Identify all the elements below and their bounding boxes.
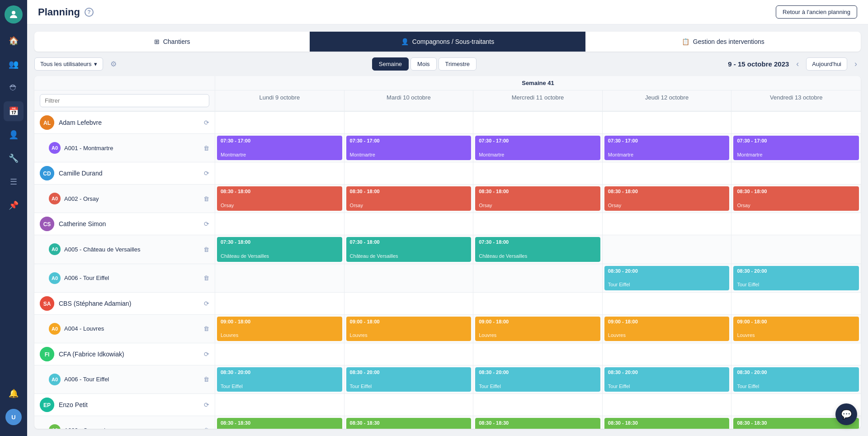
view-mois-button[interactable]: Mois [410, 57, 436, 71]
sidebar-item-pin[interactable]: 📌 [4, 195, 24, 215]
site-day-cell: 07:30 - 18:00Château de Versailles [344, 235, 474, 263]
site-day-cell: 07:30 - 17:00Montmartre [344, 134, 474, 162]
person-empty-day [215, 394, 344, 416]
person-action-icon[interactable]: ⟳ [204, 300, 209, 307]
event-block[interactable]: 08:30 - 20:00Tour Eiffel [604, 266, 730, 290]
site-delete-icon[interactable]: 🗑 [203, 427, 209, 429]
event-block[interactable]: 08:30 - 18:00Orsay [217, 186, 342, 211]
site-delete-icon[interactable]: 🗑 [203, 145, 209, 152]
today-button[interactable]: Aujourd'hui [806, 57, 847, 71]
filter-input[interactable] [40, 94, 209, 107]
event-block[interactable]: 07:30 - 17:00Montmartre [217, 136, 342, 160]
site-day-cell: 09:00 - 18:00Louvres [215, 315, 344, 343]
prev-week-button[interactable]: ‹ [793, 57, 802, 71]
site-day-cell: 07:30 - 18:00Château de Versailles [473, 235, 603, 263]
sidebar-item-helmet[interactable]: ⛑ [4, 78, 24, 98]
event-block[interactable]: 08:30 - 18:00Orsay [604, 186, 730, 211]
view-trimestre-button[interactable]: Trimestre [439, 57, 476, 71]
person-empty-day [603, 343, 732, 365]
site-day-cell: 09:00 - 18:00Louvres [731, 315, 861, 343]
event-block[interactable]: 07:30 - 17:00Montmartre [346, 136, 472, 160]
user-filter-dropdown[interactable]: Tous les utilisateurs ▾ [34, 57, 103, 71]
tab-compagnons[interactable]: 👤 Compagnons / Sous-traitants [310, 32, 585, 52]
sidebar-item-users[interactable]: 👥 [4, 54, 24, 74]
page-title: Planning [38, 6, 80, 18]
svg-text:EP: EP [43, 402, 51, 408]
sidebar-item-tools[interactable]: 🔧 [4, 148, 24, 168]
event-block[interactable]: 09:00 - 18:00Louvres [475, 317, 600, 341]
event-block[interactable]: 07:30 - 18:00Château de Versailles [217, 237, 342, 261]
site-delete-icon[interactable]: 🗑 [203, 325, 209, 332]
settings-button[interactable]: ⚙ [107, 57, 120, 71]
event-block[interactable]: 07:30 - 18:00Château de Versailles [346, 237, 472, 261]
event-block[interactable]: 08:30 - 18:30Concorde [346, 418, 472, 429]
sidebar-item-bell[interactable]: 🔔 [4, 384, 24, 403]
site-delete-icon[interactable]: 🗑 [203, 195, 209, 202]
sidebar-item-add-user[interactable]: 👤 [4, 125, 24, 145]
event-block[interactable]: 08:30 - 18:30Concorde [604, 418, 730, 429]
person-action-icon[interactable]: ⟳ [204, 170, 209, 177]
day-header-lundi: Lundi 9 octobre [215, 90, 344, 111]
person-row: FICFA (Fabrice Idkowiak)⟳ [34, 343, 861, 365]
person-name-cell: SACBS (Stéphane Adamian)⟳ [34, 293, 215, 314]
event-block[interactable]: 09:00 - 18:00Louvres [733, 317, 859, 341]
event-block[interactable]: 09:00 - 18:00Louvres [346, 317, 472, 341]
chat-button[interactable]: 💬 [835, 403, 857, 425]
person-action-icon[interactable]: ⟳ [204, 119, 209, 126]
event-block[interactable]: 08:30 - 20:00Tour Eiffel [733, 266, 859, 290]
event-block[interactable]: 07:30 - 18:00Château de Versailles [475, 237, 600, 261]
site-avatar-img: A0 [49, 323, 61, 335]
next-week-button[interactable]: › [851, 57, 861, 71]
event-block[interactable]: 07:30 - 17:00Montmartre [475, 136, 600, 160]
calendar-grid: Semaine 41Lundi 9 octobreMardi 10 octobr… [34, 76, 861, 429]
tab-chantiers-label: Chantiers [163, 38, 190, 45]
person-empty-day [473, 112, 603, 133]
event-block[interactable]: 08:30 - 18:30Concorde [475, 418, 600, 429]
site-name-label: A004 - Louvres [64, 325, 200, 332]
old-planning-button[interactable]: Retour à l'ancien planning [776, 5, 857, 19]
person-action-icon[interactable]: ⟳ [204, 401, 209, 408]
tab-interventions[interactable]: 📋 Gestion des interventions [585, 32, 861, 52]
view-semaine-button[interactable]: Semaine [372, 57, 409, 71]
event-block[interactable]: 09:00 - 18:00Louvres [217, 317, 342, 341]
event-block[interactable]: 08:30 - 20:00Tour Eiffel [733, 367, 859, 392]
event-block[interactable]: 08:30 - 18:00Orsay [346, 186, 472, 211]
event-block[interactable]: 07:30 - 17:00Montmartre [733, 136, 859, 160]
person-empty-day [344, 343, 474, 365]
main-tabs: ⊞ Chantiers 👤 Compagnons / Sous-traitant… [34, 32, 861, 52]
event-block[interactable]: 08:30 - 18:30Concorde [217, 418, 342, 429]
event-block[interactable]: 08:30 - 20:00Tour Eiffel [475, 367, 600, 392]
user-avatar[interactable]: U [5, 409, 22, 425]
person-row: ALAdam Lefebvre⟳ [34, 112, 861, 134]
person-avatar-img: FI [40, 347, 54, 361]
site-delete-icon[interactable]: 🗑 [203, 376, 209, 383]
tab-chantiers[interactable]: ⊞ Chantiers [34, 32, 310, 52]
event-block[interactable]: 08:30 - 20:00Tour Eiffel [217, 367, 342, 392]
app-logo[interactable] [5, 5, 23, 24]
clipboard-icon: 📋 [682, 38, 689, 45]
help-icon[interactable]: ? [85, 8, 94, 17]
site-row: A0A001 - Montmartre🗑07:30 - 17:00Montmar… [34, 134, 861, 162]
event-block[interactable]: 08:30 - 20:00Tour Eiffel [346, 367, 472, 392]
site-delete-icon[interactable]: 🗑 [203, 275, 209, 281]
site-delete-icon[interactable]: 🗑 [203, 246, 209, 253]
person-empty-day [344, 162, 474, 184]
event-block[interactable]: 07:30 - 17:00Montmartre [604, 136, 730, 160]
sidebar-item-calendar[interactable]: 📅 [4, 101, 24, 121]
grid-icon: ⊞ [154, 38, 160, 45]
person-empty-day [731, 162, 861, 184]
event-block[interactable]: 08:30 - 18:00Orsay [475, 186, 600, 211]
person-action-icon[interactable]: ⟳ [204, 220, 209, 227]
header-empty-top [34, 76, 215, 90]
site-name-label: A006 - Tour Eiffel [64, 376, 200, 383]
person-action-icon[interactable]: ⟳ [204, 351, 209, 358]
event-block[interactable]: 08:30 - 18:00Orsay [733, 186, 859, 211]
site-name-label: A003 - Concorde [64, 427, 200, 429]
event-block[interactable]: 09:00 - 18:00Louvres [604, 317, 730, 341]
site-day-cell: 08:30 - 18:30Concorde [603, 416, 732, 429]
site-row: A0A006 - Tour Eiffel🗑08:30 - 20:00Tour E… [34, 264, 861, 293]
sidebar-item-list[interactable]: ☰ [4, 172, 24, 192]
site-day-cell: 07:30 - 17:00Montmartre [215, 134, 344, 162]
sidebar-item-home[interactable]: 🏠 [4, 31, 24, 51]
event-block[interactable]: 08:30 - 20:00Tour Eiffel [604, 367, 730, 392]
